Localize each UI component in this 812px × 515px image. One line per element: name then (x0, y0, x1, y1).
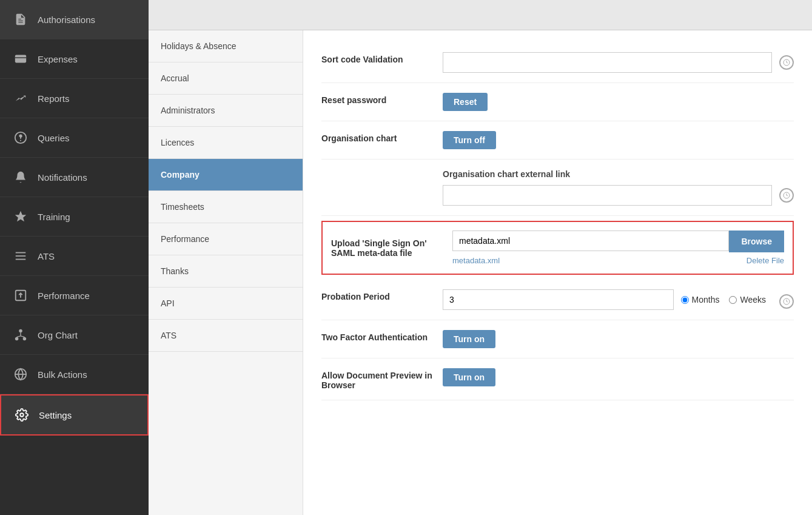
svg-point-9 (15, 337, 19, 341)
sidebar-item-ats[interactable]: ATS (0, 237, 149, 276)
svg-point-10 (23, 337, 26, 341)
org-chart-clock-icon (779, 188, 794, 203)
subnav-item-timesheets[interactable]: Timesheets (149, 191, 303, 223)
svg-line-12 (17, 336, 21, 337)
sort-code-row: Sort code Validation (321, 42, 794, 83)
subnav: Holidays & Absence Accrual Administrator… (149, 30, 303, 515)
sidebar-label-expenses: Expenses (38, 54, 78, 64)
sort-code-clock-icon (779, 55, 794, 70)
sidebar-label-queries: Queries (38, 133, 70, 143)
months-radio[interactable] (681, 296, 689, 304)
org-chart-link-row: Organisation chart external link (321, 160, 794, 216)
subnav-item-administrators[interactable]: Administrators (149, 95, 303, 127)
authorisations-icon (12, 11, 29, 28)
browse-button[interactable]: Browse (729, 231, 784, 252)
probation-label: Probation Period (321, 289, 443, 301)
sso-file-link[interactable]: metadata.xml (452, 256, 500, 265)
subnav-item-performance[interactable]: Performance (149, 223, 303, 255)
settings-panel: Sort code Validation Reset password Rese… (303, 30, 812, 515)
org-chart-icon (12, 326, 29, 343)
two-factor-turn-on-button[interactable]: Turn on (443, 330, 495, 348)
svg-rect-0 (15, 55, 26, 63)
probation-input[interactable] (443, 289, 674, 310)
sort-code-label: Sort code Validation (321, 52, 443, 64)
reset-password-row: Reset password Reset (321, 83, 794, 121)
weeks-option[interactable]: Weeks (729, 295, 766, 305)
svg-point-16 (20, 413, 24, 417)
sidebar-item-bulk-actions[interactable]: Bulk Actions (0, 355, 149, 394)
reports-icon (12, 90, 29, 107)
reset-button[interactable]: Reset (443, 93, 488, 111)
weeks-label: Weeks (740, 295, 766, 305)
weeks-radio[interactable] (729, 296, 737, 304)
org-chart-link-input[interactable] (443, 185, 772, 206)
months-label: Months (692, 295, 720, 305)
performance-icon (12, 287, 29, 304)
sort-code-input[interactable] (443, 52, 772, 73)
sidebar-label-settings: Settings (39, 410, 72, 420)
probation-clock-icon (779, 294, 794, 309)
two-factor-label: Two Factor Authentication (321, 330, 443, 342)
main-area: Holidays & Absence Accrual Administrator… (149, 0, 812, 515)
svg-point-8 (19, 329, 22, 333)
sidebar-item-expenses[interactable]: Expenses (0, 39, 149, 79)
sso-upload-row: Upload 'Single Sign On' SAML meta-data f… (321, 221, 794, 275)
sidebar-item-queries[interactable]: Queries (0, 118, 149, 158)
sidebar-label-performance: Performance (38, 291, 90, 301)
months-option[interactable]: Months (681, 295, 720, 305)
sidebar-label-ats: ATS (38, 251, 55, 261)
sidebar-label-training: Training (38, 212, 70, 222)
training-icon (12, 208, 29, 225)
reset-password-label: Reset password (321, 93, 443, 105)
sidebar-item-training[interactable]: Training (0, 197, 149, 237)
sidebar-label-bulk-actions: Bulk Actions (38, 369, 87, 380)
subnav-item-accrual[interactable]: Accrual (149, 62, 303, 95)
sidebar-item-settings[interactable]: Settings (0, 394, 149, 436)
sidebar-label-notifications: Notifications (38, 172, 87, 183)
expenses-icon (12, 50, 29, 67)
subnav-item-licences[interactable]: Licences (149, 127, 303, 159)
svg-marker-2 (15, 211, 26, 221)
sidebar-label-authorisations: Authorisations (38, 15, 95, 25)
doc-preview-label: Allow Document Preview in Browser (321, 368, 443, 390)
subnav-item-api[interactable]: API (149, 288, 303, 320)
sidebar-label-org-chart: Org Chart (38, 330, 78, 340)
turn-off-button[interactable]: Turn off (443, 131, 496, 149)
subnav-item-thanks[interactable]: Thanks (149, 255, 303, 288)
ats-icon (12, 247, 29, 264)
sidebar: Authorisations Expenses Reports Queries … (0, 0, 149, 515)
doc-preview-turn-on-button[interactable]: Turn on (443, 368, 495, 386)
sidebar-item-org-chart[interactable]: Org Chart (0, 315, 149, 355)
probation-row: Probation Period Months Weeks (321, 280, 794, 320)
notifications-icon (12, 169, 29, 186)
doc-preview-row: Allow Document Preview in Browser Turn o… (321, 358, 794, 400)
two-factor-row: Two Factor Authentication Turn on (321, 320, 794, 358)
queries-icon (12, 129, 29, 146)
org-chart-label: Organisation chart (321, 131, 443, 143)
sidebar-item-reports[interactable]: Reports (0, 79, 149, 118)
sidebar-label-reports: Reports (38, 93, 70, 104)
delete-file-link[interactable]: Delete File (747, 256, 784, 265)
svg-line-13 (21, 336, 24, 337)
subnav-item-company[interactable]: Company (149, 159, 303, 191)
bulk-actions-icon (12, 366, 29, 383)
sidebar-item-performance[interactable]: Performance (0, 276, 149, 315)
sso-upload-label: Upload 'Single Sign On' SAML meta-data f… (331, 238, 452, 258)
topbar (149, 0, 812, 30)
sidebar-item-authorisations[interactable]: Authorisations (0, 0, 149, 39)
content-area: Holidays & Absence Accrual Administrator… (149, 30, 812, 515)
settings-icon (13, 406, 30, 423)
org-chart-link-sublabel: Organisation chart external link (443, 169, 794, 179)
sidebar-item-notifications[interactable]: Notifications (0, 158, 149, 197)
subnav-item-holidays[interactable]: Holidays & Absence (149, 30, 303, 62)
org-chart-row: Organisation chart Turn off (321, 121, 794, 160)
subnav-item-ats[interactable]: ATS (149, 320, 303, 352)
sso-filename-input[interactable] (452, 231, 729, 251)
